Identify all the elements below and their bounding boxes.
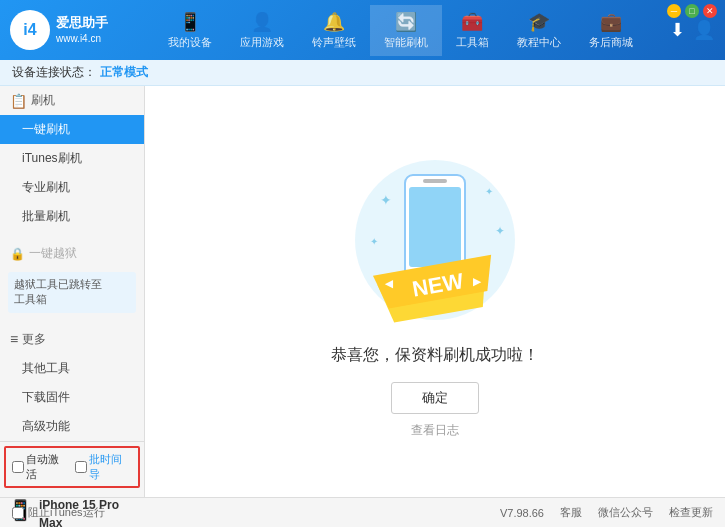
nav-service[interactable]: 💼 务后商城 xyxy=(575,5,647,56)
auto-row: 自动激活 批时间导 xyxy=(4,446,140,488)
flash-section-icon: 📋 xyxy=(10,93,27,109)
flash-nav-icon: 🔄 xyxy=(395,11,417,33)
logo-icon: i4 xyxy=(10,10,50,50)
sidebar-item-advanced[interactable]: 高级功能 xyxy=(0,412,144,441)
version-label: V7.98.66 xyxy=(500,507,544,519)
close-button[interactable]: ✕ xyxy=(703,4,717,18)
download-icon[interactable]: ⬇ xyxy=(670,19,685,41)
auto-import-checkbox[interactable]: 批时间导 xyxy=(75,452,132,482)
sidebar-notice: 越狱工具已跳转至工具箱 xyxy=(8,272,136,313)
bottom-left: 阻止iTunes运行 xyxy=(12,505,105,520)
more-section-icon: ≡ xyxy=(10,331,18,347)
one-key-restore-section: 🔒 一键越狱 xyxy=(0,239,144,268)
sidebar-item-itunes-flash[interactable]: iTunes刷机 xyxy=(0,144,144,173)
success-message: 恭喜您，保资料刷机成功啦！ xyxy=(331,345,539,366)
view-log-link[interactable]: 查看日志 xyxy=(411,422,459,439)
minimize-button[interactable]: ─ xyxy=(667,4,681,18)
auto-import-input[interactable] xyxy=(75,461,87,473)
svg-text:▶: ▶ xyxy=(473,276,482,287)
svg-text:✦: ✦ xyxy=(380,192,392,208)
customer-service-link[interactable]: 客服 xyxy=(560,505,582,520)
sidebar-item-batch-flash[interactable]: 批量刷机 xyxy=(0,202,144,231)
nav-tutorial[interactable]: 🎓 教程中心 xyxy=(503,5,575,56)
sidebar: 📋 刷机 一键刷机 iTunes刷机 专业刷机 批量刷机 🔒 一键越狱 越狱工具… xyxy=(0,86,145,497)
more-section-header: ≡ 更多 xyxy=(0,325,144,354)
bottom-right: V7.98.66 客服 微信公众号 检查更新 xyxy=(500,505,713,520)
user-icon[interactable]: 👤 xyxy=(693,19,715,41)
auto-activate-checkbox[interactable]: 自动激活 xyxy=(12,452,69,482)
confirm-button[interactable]: 确定 xyxy=(391,382,479,414)
top-nav-bar: i4 爱思助手 www.i4.cn 📱 我的设备 👤 应用游戏 🔔 铃声壁纸 xyxy=(0,0,725,60)
content-area: NEW ✦ ✦ ✦ ✦ ▶ ◀ 恭喜您，保资料刷机成功啦！ 确定 查看日志 xyxy=(145,86,725,497)
main-layout: 📋 刷机 一键刷机 iTunes刷机 专业刷机 批量刷机 🔒 一键越狱 越狱工具… xyxy=(0,86,725,497)
svg-text:✦: ✦ xyxy=(495,224,505,238)
nav-app-games[interactable]: 👤 应用游戏 xyxy=(226,5,298,56)
sidebar-item-one-key-flash[interactable]: 一键刷机 xyxy=(0,115,144,144)
ringtone-nav-icon: 🔔 xyxy=(323,11,345,33)
svg-text:◀: ◀ xyxy=(384,278,394,289)
check-update-link[interactable]: 检查更新 xyxy=(669,505,713,520)
maximize-button[interactable]: □ xyxy=(685,4,699,18)
sidebar-item-download-firm[interactable]: 下载固件 xyxy=(0,383,144,412)
nav-ringtones[interactable]: 🔔 铃声壁纸 xyxy=(298,5,370,56)
svg-rect-4 xyxy=(423,179,447,183)
status-bar: 设备连接状态： 正常模式 xyxy=(0,60,725,86)
svg-text:✦: ✦ xyxy=(370,236,378,247)
toolbox-nav-icon: 🧰 xyxy=(461,11,483,33)
logo-area: i4 爱思助手 www.i4.cn xyxy=(10,10,130,50)
nav-items: 📱 我的设备 👤 应用游戏 🔔 铃声壁纸 🔄 智能刷机 🧰 工具箱 🎓 xyxy=(130,5,670,56)
sidebar-item-other-tools[interactable]: 其他工具 xyxy=(0,354,144,383)
svg-rect-2 xyxy=(409,187,461,267)
wechat-link[interactable]: 微信公众号 xyxy=(598,505,653,520)
svg-text:✦: ✦ xyxy=(485,186,493,197)
stop-itunes-label: 阻止iTunes运行 xyxy=(28,505,105,520)
nav-my-device[interactable]: 📱 我的设备 xyxy=(154,5,226,56)
app-nav-icon: 👤 xyxy=(251,11,273,33)
stop-itunes-checkbox[interactable] xyxy=(12,507,24,519)
nav-smart-flash[interactable]: 🔄 智能刷机 xyxy=(370,5,442,56)
nav-toolbox[interactable]: 🧰 工具箱 xyxy=(442,5,503,56)
logo-text: 爱思助手 www.i4.cn xyxy=(56,15,108,45)
device-nav-icon: 📱 xyxy=(179,11,201,33)
flash-section-header: 📋 刷机 xyxy=(0,86,144,115)
tutorial-nav-icon: 🎓 xyxy=(528,11,550,33)
lock-icon: 🔒 xyxy=(10,247,25,261)
success-illustration: NEW ✦ ✦ ✦ ✦ ▶ ◀ xyxy=(325,145,545,345)
nav-right-icons: ⬇ 👤 xyxy=(670,19,715,41)
service-nav-icon: 💼 xyxy=(600,11,622,33)
sidebar-item-pro-flash[interactable]: 专业刷机 xyxy=(0,173,144,202)
auto-activate-input[interactable] xyxy=(12,461,24,473)
